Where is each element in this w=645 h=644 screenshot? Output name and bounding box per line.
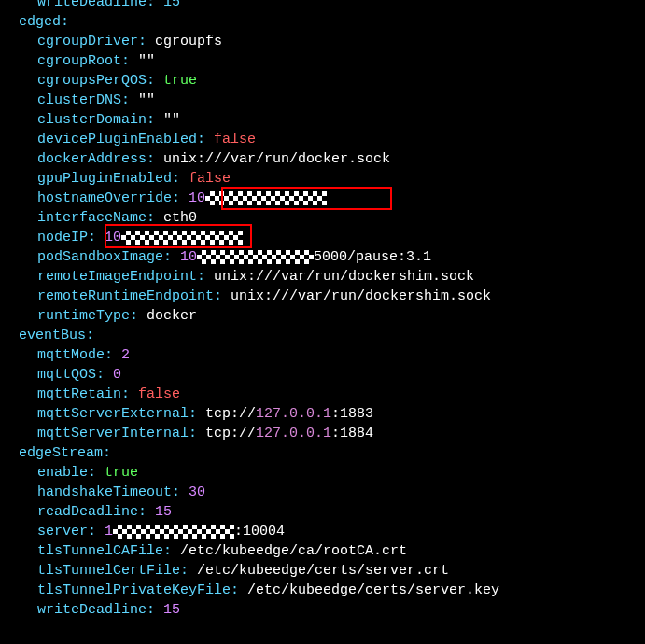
terminal-output: writeDeadline: 15 edged: cgroupDriver: c… bbox=[0, 0, 645, 620]
yaml-line-partial: writeDeadline: 15 bbox=[0, 0, 645, 12]
redacted-content bbox=[205, 191, 327, 205]
yaml-line: clusterDNS: "" bbox=[0, 91, 645, 110]
yaml-line: writeDeadline: 15 bbox=[0, 600, 645, 620]
yaml-line: podSandboxImage: 105000/pause:3.1 bbox=[0, 247, 645, 267]
yaml-line: server: 1:10004 bbox=[0, 522, 645, 541]
yaml-line: handshakeTimeout: 30 bbox=[0, 483, 645, 502]
yaml-line: dockerAddress: unix:///var/run/docker.so… bbox=[0, 149, 645, 169]
yaml-line: tlsTunnelPrivateKeyFile: /etc/kubeedge/c… bbox=[0, 581, 645, 600]
redacted-content bbox=[197, 250, 314, 264]
yaml-line: mqttServerExternal: tcp://127.0.0.1:1883 bbox=[0, 404, 645, 424]
yaml-line: tlsTunnelCertFile: /etc/kubeedge/certs/s… bbox=[0, 561, 645, 581]
redacted-content bbox=[121, 231, 243, 245]
yaml-section-edged: edged: bbox=[0, 12, 645, 32]
yaml-line: mqttMode: 2 bbox=[0, 345, 645, 365]
yaml-line: cgroupRoot: "" bbox=[0, 51, 645, 71]
yaml-section-eventbus: eventBus: bbox=[0, 326, 645, 345]
yaml-line: tlsTunnelCAFile: /etc/kubeedge/ca/rootCA… bbox=[0, 541, 645, 561]
yaml-line: devicePluginEnabled: false bbox=[0, 130, 645, 149]
yaml-line-hostname: hostnameOverride: 10 bbox=[0, 189, 645, 208]
yaml-line: remoteRuntimeEndpoint: unix:///var/run/d… bbox=[0, 287, 645, 306]
yaml-line: mqttRetain: false bbox=[0, 385, 645, 404]
yaml-line: gpuPluginEnabled: false bbox=[0, 169, 645, 189]
yaml-line: cgroupDriver: cgroupfs bbox=[0, 32, 645, 51]
yaml-line: mqttQOS: 0 bbox=[0, 365, 645, 385]
yaml-line: clusterDomain: "" bbox=[0, 110, 645, 130]
yaml-line: enable: true bbox=[0, 463, 645, 483]
yaml-line: readDeadline: 15 bbox=[0, 502, 645, 522]
yaml-section-edgestream: edgeStream: bbox=[0, 443, 645, 463]
yaml-line: remoteImageEndpoint: unix:///var/run/doc… bbox=[0, 267, 645, 287]
redacted-content bbox=[113, 525, 234, 539]
yaml-line: interfaceName: eth0 bbox=[0, 208, 645, 228]
yaml-line-nodeip: nodeIP: 10 bbox=[0, 228, 645, 247]
yaml-line: mqttServerInternal: tcp://127.0.0.1:1884 bbox=[0, 424, 645, 443]
yaml-line: cgroupsPerQOS: true bbox=[0, 71, 645, 91]
yaml-line: runtimeType: docker bbox=[0, 306, 645, 326]
